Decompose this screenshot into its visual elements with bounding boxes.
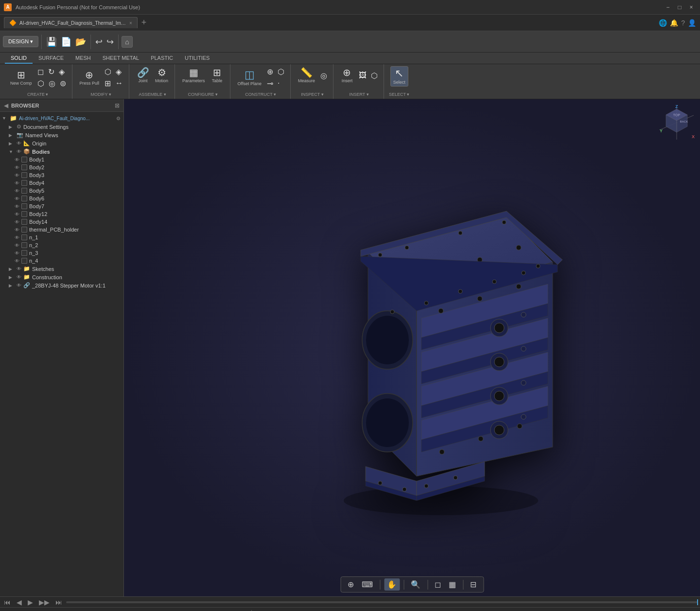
browser-item-n4[interactable]: 👁 n_4 xyxy=(0,257,123,265)
browser-item-document-settings[interactable]: ▶ ⚙ Document Settings xyxy=(0,123,123,131)
help-button[interactable]: ? xyxy=(681,19,685,27)
body6-check[interactable] xyxy=(21,196,27,201)
body2-check[interactable] xyxy=(21,164,27,170)
tab-plastic[interactable]: PLASTIC xyxy=(145,53,179,64)
tab-close-button[interactable]: × xyxy=(129,20,132,26)
timeline-prev-button[interactable]: ◀ xyxy=(15,597,24,607)
thermal-pcb-check[interactable] xyxy=(21,227,27,233)
browser-item-construction[interactable]: ▶ 👁 📁 Construction xyxy=(0,273,123,281)
body6-eye[interactable]: 👁 xyxy=(15,196,19,201)
browser-item-body3[interactable]: 👁 Body3 xyxy=(0,171,123,179)
construction-eye[interactable]: 👁 xyxy=(17,274,21,280)
account-button[interactable]: 👤 xyxy=(688,19,696,27)
body4-eye[interactable]: 👁 xyxy=(15,180,19,186)
n1-eye[interactable]: 👁 xyxy=(15,235,19,240)
browser-root-item[interactable]: ▼ 📁 Ai-driven_HVAC_Fault_Diagno... ⚙ xyxy=(0,114,123,123)
create-new-component-button[interactable]: ⊞New Comp xyxy=(8,69,35,87)
undo-button[interactable]: ↩ xyxy=(94,35,104,49)
viewcube-svg[interactable]: Z X Y TOP BACK xyxy=(657,103,696,142)
new-button[interactable]: 📄 xyxy=(59,35,73,49)
construct-plane-angle-button[interactable]: ⊕ xyxy=(265,66,275,77)
body14-check[interactable] xyxy=(21,219,27,225)
grid-settings-button[interactable]: ▦ xyxy=(446,578,459,591)
tab-sheet-metal[interactable]: SHEET METAL xyxy=(97,53,145,64)
timeline-start-button[interactable]: ⏮ xyxy=(2,597,13,607)
body5-check[interactable] xyxy=(21,188,27,194)
create-sweep-button[interactable]: ◈ xyxy=(57,66,67,77)
keyboard-shortcuts-button[interactable]: ⌨ xyxy=(359,578,376,591)
origin-eye[interactable]: 👁 xyxy=(17,141,21,146)
display-settings-button[interactable]: ◻ xyxy=(432,578,444,591)
browser-item-body7[interactable]: 👁 Body7 xyxy=(0,202,123,210)
create-loft-button[interactable]: ⬡ xyxy=(35,78,46,89)
body1-check[interactable] xyxy=(21,157,27,162)
close-button[interactable]: × xyxy=(686,2,696,12)
timeline-track[interactable] xyxy=(66,601,698,603)
timeline-end-button[interactable]: ⏭ xyxy=(53,597,64,607)
body5-eye[interactable]: 👁 xyxy=(15,188,19,194)
tab-utilities[interactable]: UTILITIES xyxy=(179,53,215,64)
tab-mesh[interactable]: MESH xyxy=(70,53,97,64)
modify-fillet-button[interactable]: ⬡ xyxy=(103,66,113,77)
zoom-window-button[interactable]: 🔍 xyxy=(408,578,423,591)
connection-button[interactable]: 🌐 xyxy=(659,19,667,27)
redo-button[interactable]: ↪ xyxy=(105,35,115,49)
n4-eye[interactable]: 👁 xyxy=(15,258,19,264)
body7-check[interactable] xyxy=(21,203,27,209)
configure-table-button[interactable]: ⊞Table xyxy=(209,66,226,85)
select-button[interactable]: ↖ Select xyxy=(390,66,408,87)
browser-item-origin[interactable]: ▶ 👁 📐 Origin xyxy=(0,139,123,147)
body3-check[interactable] xyxy=(21,172,27,178)
n4-check[interactable] xyxy=(21,258,27,264)
browser-item-body12[interactable]: 👁 Body12 xyxy=(0,210,123,218)
browser-item-n3[interactable]: 👁 n_3 xyxy=(0,249,123,257)
insert-insert-button[interactable]: ⊕Insert xyxy=(338,66,356,85)
add-tab-button[interactable]: + xyxy=(138,18,151,28)
create-revolve-button[interactable]: ↻ xyxy=(46,66,56,77)
browser-item-sketches[interactable]: ▶ 👁 📁 Sketches xyxy=(0,265,123,273)
body12-eye[interactable]: 👁 xyxy=(15,212,19,217)
browser-collapse-button[interactable]: ◀ xyxy=(4,102,8,109)
viewport[interactable]: Z X Y TOP BACK xyxy=(124,99,700,596)
browser-item-thermal-pcb-holder[interactable]: 👁 thermal_PCB_holder xyxy=(0,226,123,234)
modify-shell-button[interactable]: ⊞ xyxy=(103,78,113,89)
browser-item-body5[interactable]: 👁 Body5 xyxy=(0,187,123,195)
open-button[interactable]: 📂 xyxy=(74,35,88,49)
n3-check[interactable] xyxy=(21,250,27,256)
minimize-button[interactable]: − xyxy=(663,2,673,12)
create-rib-button[interactable]: ◎ xyxy=(47,78,57,89)
n1-check[interactable] xyxy=(21,234,27,240)
display-mode-button[interactable]: ⊟ xyxy=(467,578,479,591)
home-button[interactable]: ⌂ xyxy=(122,36,132,48)
body1-eye[interactable]: 👁 xyxy=(15,157,19,162)
notifications-button[interactable]: 🔔 xyxy=(670,19,678,27)
browser-item-body2[interactable]: 👁 Body2 xyxy=(0,163,123,171)
create-extrude-button[interactable]: ◻ xyxy=(35,66,46,77)
tab-surface[interactable]: SURFACE xyxy=(33,53,70,64)
modify-chamfer-button[interactable]: ◈ xyxy=(114,66,123,77)
tab-solid[interactable]: SOLID xyxy=(5,53,33,64)
browser-item-named-views[interactable]: ▶ 📷 Named Views xyxy=(0,131,123,139)
browser-item-body6[interactable]: 👁 Body6 xyxy=(0,195,123,202)
viewcube[interactable]: Z X Y TOP BACK xyxy=(657,103,696,142)
save-button[interactable]: 💾 xyxy=(45,35,58,49)
bodies-eye[interactable]: 👁 xyxy=(17,149,21,154)
body3-eye[interactable]: 👁 xyxy=(15,173,19,178)
n2-eye[interactable]: 👁 xyxy=(15,243,19,248)
n3-eye[interactable]: 👁 xyxy=(15,251,19,256)
body2-eye[interactable]: 👁 xyxy=(15,165,19,170)
assemble-motion-button[interactable]: ⚙Motion xyxy=(153,66,171,85)
browser-item-n2[interactable]: 👁 n_2 xyxy=(0,241,123,249)
browser-item-body1[interactable]: 👁 Body1 xyxy=(0,156,123,163)
body14-eye[interactable]: 👁 xyxy=(15,219,19,225)
browser-item-n1[interactable]: 👁 n_1 xyxy=(0,234,123,241)
body4-check[interactable] xyxy=(21,180,27,186)
fit-view-button[interactable]: ⊕ xyxy=(345,578,357,591)
browser-item-stepper-motor[interactable]: ▶ 👁 🔗 _28BYJ-48 Stepper Motor v1:1 xyxy=(0,281,123,289)
browser-pin-button[interactable]: ⊠ xyxy=(115,102,120,109)
thermal-pcb-eye[interactable]: 👁 xyxy=(15,227,19,233)
body12-check[interactable] xyxy=(21,211,27,217)
construct-point-button[interactable]: · xyxy=(276,78,281,89)
timeline-play-button[interactable]: ▶ xyxy=(26,597,35,607)
sketches-eye[interactable]: 👁 xyxy=(17,266,21,271)
